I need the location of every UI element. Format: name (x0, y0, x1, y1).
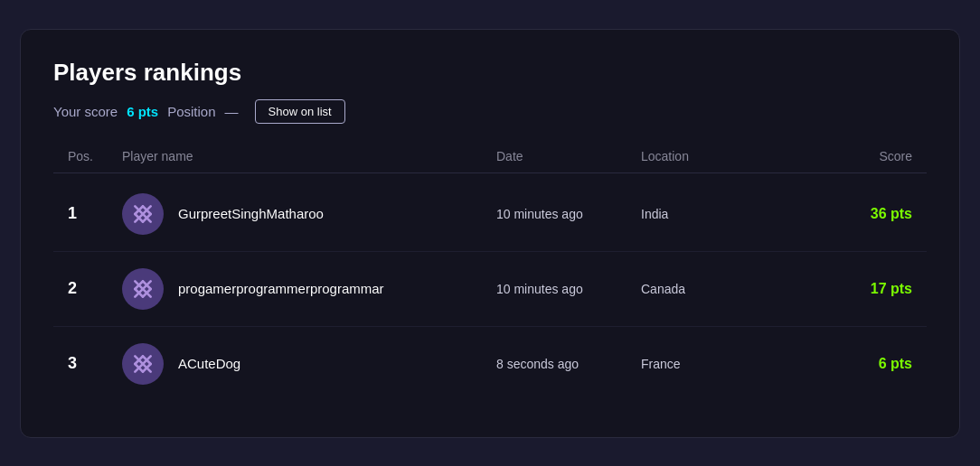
player-cell: ACuteDog (122, 343, 496, 385)
avatar (122, 193, 164, 235)
table-header: Pos. Player name Date Location Score (53, 149, 927, 173)
col-date: Date (496, 149, 641, 163)
score-bar: Your score 6 pts Position — Show on list (53, 99, 927, 124)
page-title: Players rankings (53, 59, 927, 87)
col-pos: Pos. (68, 149, 122, 163)
your-score-label: Your score (53, 104, 118, 119)
your-score-value: 6 pts (127, 104, 158, 119)
player-name: GurpreetSinghMatharoo (178, 206, 324, 221)
row-location: Canada (641, 282, 804, 296)
avatar (122, 343, 164, 385)
position-label: Position (167, 104, 215, 119)
row-date: 10 minutes ago (496, 207, 641, 221)
row-pos: 3 (68, 354, 122, 373)
show-on-list-button[interactable]: Show on list (255, 99, 345, 124)
col-score: Score (804, 149, 912, 163)
player-name: progamerprogrammerprogrammar (178, 281, 384, 296)
player-cell: progamerprogrammerprogrammar (122, 268, 496, 310)
rankings-card: Players rankings Your score 6 pts Positi… (20, 29, 960, 438)
row-score: 36 pts (804, 206, 912, 222)
row-location: France (641, 357, 804, 371)
row-pos: 1 (68, 204, 122, 223)
position-value: — (225, 104, 239, 119)
row-date: 8 seconds ago (496, 357, 641, 371)
table-row: 1 GurpreetSinghMatharoo 10 minutes ago I… (53, 177, 927, 252)
table-row: 2 progamerprogrammerprogrammar 10 minute… (53, 252, 927, 327)
avatar (122, 268, 164, 310)
row-location: India (641, 207, 804, 221)
row-score: 17 pts (804, 281, 912, 297)
row-date: 10 minutes ago (496, 282, 641, 296)
col-player-name: Player name (122, 149, 496, 163)
row-score: 6 pts (804, 356, 912, 372)
table-body: 1 GurpreetSinghMatharoo 10 minutes ago I… (53, 177, 927, 401)
row-pos: 2 (68, 279, 122, 298)
col-location: Location (641, 149, 804, 163)
player-cell: GurpreetSinghMatharoo (122, 193, 496, 235)
player-name: ACuteDog (178, 356, 240, 371)
table-row: 3 ACuteDog 8 seconds ago France 6 pts (53, 327, 927, 401)
